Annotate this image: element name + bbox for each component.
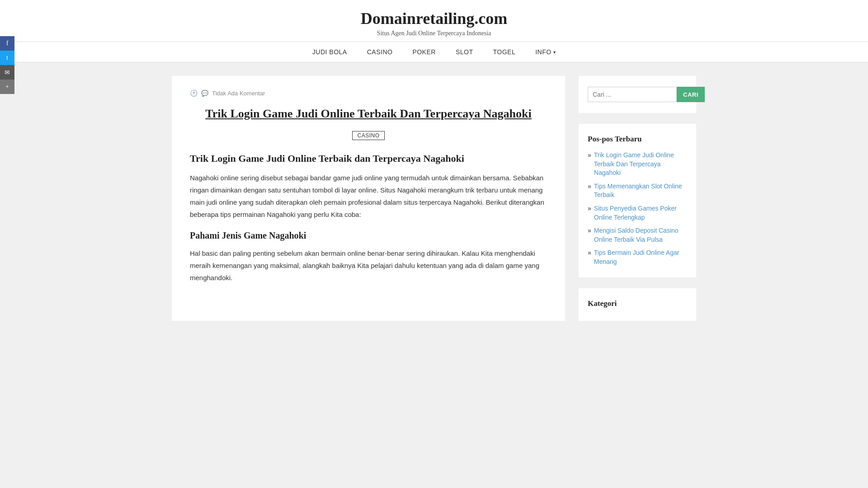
share-icon: +: [5, 83, 9, 90]
nav-info-label: INFO: [535, 48, 551, 56]
facebook-icon: f: [6, 40, 9, 47]
nav-slot[interactable]: SLOT: [446, 42, 483, 62]
recent-post-link-1[interactable]: Trik Login Game Judi Online Terbaik Dan …: [594, 151, 687, 178]
article-body-1: Nagahoki online sering disebut sebagai b…: [190, 172, 547, 221]
nav-info[interactable]: INFO ▾: [525, 42, 566, 62]
kategori-widget: Kategori: [579, 288, 696, 321]
recent-post-link-2[interactable]: Tips Memenangkan Slot Online Terbaik: [594, 182, 687, 200]
list-item: Mengisi Saldo Deposit Casino Online Terb…: [588, 226, 687, 244]
recent-post-link-4[interactable]: Mengisi Saldo Deposit Casino Online Terb…: [594, 226, 687, 244]
site-tagline: Situs Agen Judi Online Terpercaya Indone…: [0, 30, 868, 37]
recent-posts-list: Trik Login Game Judi Online Terbaik Dan …: [588, 151, 687, 267]
page-wrapper: 🕐 💬 Tidak Ada Komentar Trik Login Game J…: [163, 76, 705, 321]
kategori-title: Kategori: [588, 299, 687, 308]
main-nav: JUDI BOLA CASINO POKER SLOT TOGEL INFO ▾: [0, 42, 868, 62]
category-tag[interactable]: CASINO: [352, 131, 384, 140]
search-widget: CARI: [579, 76, 696, 113]
list-item: Tips Memenangkan Slot Online Terbaik: [588, 182, 687, 200]
recent-post-link-5[interactable]: Tips Bermain Judi Online Agar Menang: [594, 249, 687, 266]
nav-judi-bola[interactable]: JUDI BOLA: [302, 42, 357, 62]
twitter-icon: t: [6, 54, 8, 61]
nav-togel[interactable]: TOGEL: [483, 42, 525, 62]
section-heading-2: Pahami Jenis Game Nagahoki: [190, 230, 547, 241]
list-item: Tips Bermain Judi Online Agar Menang: [588, 249, 687, 266]
email-button[interactable]: ✉: [0, 65, 14, 80]
article-body-2: Hal basic dan paling penting sebelum aka…: [190, 247, 547, 284]
email-icon: ✉: [5, 69, 10, 76]
twitter-button[interactable]: t: [0, 51, 14, 65]
list-item: Trik Login Game Judi Online Terbaik Dan …: [588, 151, 687, 178]
post-title: Trik Login Game Judi Online Terbaik Dan …: [190, 106, 547, 122]
category-tag-wrapper: CASINO: [190, 131, 547, 153]
recent-posts-title: Pos-pos Terbaru: [588, 135, 687, 144]
post-comment-count: Tidak Ada Komentar: [212, 90, 265, 97]
search-form: CARI: [588, 87, 687, 102]
comment-icon: 💬: [201, 90, 208, 97]
post-title-link[interactable]: Trik Login Game Judi Online Terbaik Dan …: [190, 106, 547, 122]
nav-poker[interactable]: POKER: [402, 42, 446, 62]
chevron-down-icon: ▾: [553, 50, 556, 55]
recent-posts-widget: Pos-pos Terbaru Trik Login Game Judi Onl…: [579, 124, 696, 277]
list-item: Situs Penyedia Games Poker Online Terlen…: [588, 204, 687, 222]
recent-post-link-3[interactable]: Situs Penyedia Games Poker Online Terlen…: [594, 204, 687, 222]
site-header: Domainretailing.com Situs Agen Judi Onli…: [0, 0, 868, 42]
site-title: Domainretailing.com: [0, 9, 868, 28]
clock-icon: 🕐: [190, 89, 198, 97]
post-meta: 🕐 💬 Tidak Ada Komentar: [190, 89, 547, 97]
sidebar: CARI Pos-pos Terbaru Trik Login Game Jud…: [579, 76, 696, 321]
share-button[interactable]: +: [0, 80, 14, 94]
main-content: 🕐 💬 Tidak Ada Komentar Trik Login Game J…: [172, 76, 565, 321]
article-heading-1: Trik Login Game Judi Online Terbaik dan …: [190, 153, 547, 164]
search-button[interactable]: CARI: [677, 87, 705, 102]
nav-casino[interactable]: CASINO: [357, 42, 403, 62]
facebook-button[interactable]: f: [0, 36, 14, 51]
social-sidebar: f t ✉ +: [0, 36, 14, 94]
search-input[interactable]: [588, 87, 677, 102]
